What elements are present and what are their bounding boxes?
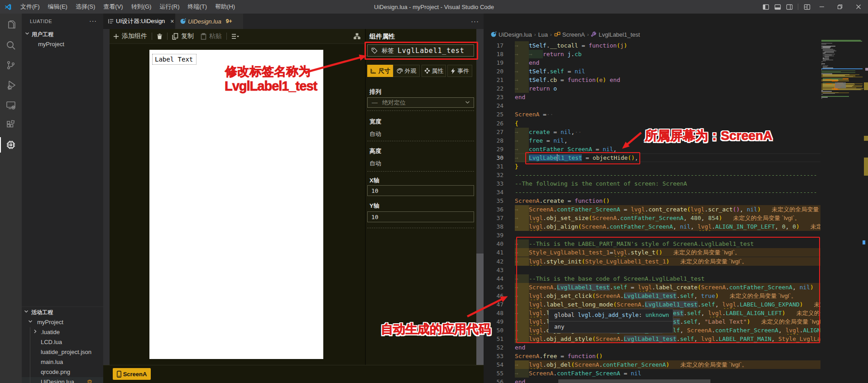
- layer-menu-button[interactable]: [230, 34, 240, 39]
- props-tab-尺寸[interactable]: 尺寸: [367, 65, 393, 77]
- menu-7[interactable]: 终端(T): [183, 0, 211, 14]
- menu-4[interactable]: 查看(V): [99, 0, 127, 14]
- close-tab-icon[interactable]: ×: [170, 18, 174, 25]
- event-icon: [451, 68, 456, 74]
- minimap[interactable]: [821, 40, 863, 383]
- menu-2[interactable]: 编辑(E): [44, 0, 72, 14]
- code-line-54: →lvgl.obj_del(ScreenA.contFather_ScreenA…: [515, 360, 820, 369]
- canvas-label-selection[interactable]: Label Text: [152, 54, 197, 65]
- designer-right-scrollbar-thumb[interactable]: [476, 254, 484, 365]
- canvas-label-text[interactable]: Label Text: [155, 56, 193, 63]
- activity-extensions[interactable]: [0, 115, 22, 135]
- phone-icon: [117, 371, 121, 378]
- delete-file-icon[interactable]: [87, 379, 92, 383]
- annotation-box-2: [525, 152, 640, 164]
- screen-tab[interactable]: ScreenA: [113, 368, 151, 380]
- delete-button[interactable]: [156, 33, 163, 40]
- list-menu-icon: [231, 34, 239, 39]
- tree-item-UiDesign.lua[interactable]: UiDesign.lua: [22, 377, 103, 383]
- annotation-text-1: 修改标签名称为: [225, 63, 311, 80]
- tree-item-main.lua[interactable]: main.lua: [22, 357, 103, 367]
- props-tab-外观[interactable]: 外观: [393, 65, 420, 77]
- y-axis-input[interactable]: 10: [367, 211, 474, 222]
- symbol-wrench-icon: [591, 32, 597, 38]
- editor-actions-more-icon[interactable]: ···: [471, 17, 479, 25]
- sidebar-more-icon[interactable]: ···: [89, 17, 97, 24]
- arrange-dropdown[interactable]: — 绝对定位: [367, 97, 474, 108]
- tree-item-qrcode.png[interactable]: qrcode.png: [22, 367, 103, 377]
- component-props-panel: 组件属性 标签 LvglLabel1_test 尺寸外观属性事件 排列 — 绝对…: [366, 29, 476, 365]
- annotation-box-1: [364, 42, 478, 60]
- tree-section-2[interactable]: 活动工程: [22, 307, 103, 317]
- tree-indent-guide: [30, 327, 30, 383]
- vscode-window: 文件(F)编辑(E)选择(S)查看(V)转到(G)运行(R)终端(T)帮助(H)…: [0, 0, 868, 383]
- plus-icon: [113, 34, 119, 39]
- code-line-21: →tSelf.cb = function(e) end: [515, 76, 820, 84]
- paste-button[interactable]: 粘贴: [200, 32, 223, 40]
- tree-section-1[interactable]: 用户工程: [22, 29, 103, 39]
- divider: [367, 171, 474, 172]
- activity-search[interactable]: [0, 35, 22, 55]
- divider: [367, 141, 474, 141]
- width-label: 宽度: [369, 118, 381, 126]
- horizontal-scrollbar[interactable]: [558, 379, 710, 383]
- minimize-button[interactable]: [813, 0, 831, 14]
- layout-sidebar-left-icon[interactable]: [760, 0, 772, 14]
- activity-remote-device[interactable]: [0, 95, 22, 115]
- breadcrumb-item[interactable]: LvglLabel1_test: [591, 31, 640, 38]
- code-line-26: {: [515, 119, 820, 128]
- sidebar-title: LUATIDE: [30, 19, 52, 24]
- dash-icon: —: [372, 99, 378, 106]
- lua-icon: [490, 31, 497, 38]
- restore-button[interactable]: [831, 0, 849, 14]
- copy-button[interactable]: 复制: [171, 32, 195, 40]
- code-line-22: →return o: [515, 84, 820, 93]
- tree-item-luatide_project.json[interactable]: luatide_project.json: [22, 347, 103, 357]
- layout-sidebar-right-icon[interactable]: [783, 0, 795, 14]
- designer-left-scrollbar[interactable]: [103, 29, 110, 365]
- tree-item-LCD.lua[interactable]: LCD.lua: [22, 337, 103, 347]
- annotation-text-2: LvglLabel1_test: [225, 79, 317, 94]
- activity-run-debug[interactable]: [0, 75, 22, 95]
- divider: [798, 4, 798, 10]
- title-bar: 文件(F)编辑(E)选择(S)查看(V)转到(G)运行(R)终端(T)帮助(H)…: [0, 0, 868, 14]
- activity-explorer[interactable]: [0, 15, 22, 35]
- breadcrumb-item[interactable]: UiDesign.lua: [490, 31, 532, 38]
- menu-1[interactable]: 文件(F): [16, 0, 44, 14]
- breadcrumb-item[interactable]: ScreenA: [554, 31, 585, 38]
- palette-icon: [397, 68, 403, 74]
- menu-3[interactable]: 选择(S): [72, 0, 99, 14]
- tree-item-myProject[interactable]: myProject: [22, 317, 103, 327]
- files-icon: [5, 20, 16, 31]
- code-line-53: ScreenA.free = function(): [515, 352, 820, 360]
- activity-luatide[interactable]: [0, 135, 22, 155]
- designer-screen-canvas[interactable]: Label Text: [149, 50, 323, 359]
- props-tab-事件[interactable]: 事件: [447, 65, 472, 77]
- tab-UIUiDesign[interactable]: UI设计器:UiDesign×: [103, 14, 175, 29]
- code-line-32: ----------------------------------------…: [515, 171, 820, 179]
- menu-6[interactable]: 运行(R): [155, 0, 183, 14]
- breadcrumb-item[interactable]: Lua: [538, 31, 548, 38]
- layout-panel-icon[interactable]: [772, 0, 783, 14]
- component-tree-icon[interactable]: [354, 33, 360, 41]
- tab-UiDesign.lua[interactable]: UiDesign.lua9+: [175, 14, 243, 29]
- activity-source-control[interactable]: [0, 55, 22, 75]
- tree-item-.luatide[interactable]: .luatide: [22, 327, 103, 337]
- code-line-24: [515, 101, 820, 110]
- close-button[interactable]: [849, 0, 868, 14]
- menu-8[interactable]: 帮助(H): [211, 0, 239, 14]
- code-line-38: →lvgl.obj_align(ScreenA.contFather_Scree…: [515, 222, 820, 231]
- add-component-button[interactable]: 添加组件: [112, 32, 148, 40]
- annotation-text-4: 自动生成的应用代码: [381, 321, 491, 337]
- paste-icon: [201, 33, 206, 40]
- search-icon: [5, 40, 16, 51]
- designer-bottom-bar: ScreenA: [103, 365, 484, 383]
- code-line-18: →→return j.cb: [515, 50, 820, 58]
- props-tab-属性[interactable]: 属性: [422, 65, 446, 77]
- customize-layout-icon[interactable]: [801, 0, 813, 14]
- menu-5[interactable]: 转到(G): [127, 0, 156, 14]
- sidebar: LUATIDE ··· 用户工程myProject活动工程myProject.l…: [22, 14, 103, 383]
- screen-tab-label: ScreenA: [123, 371, 147, 378]
- tree-item-myProject[interactable]: myProject: [22, 39, 103, 49]
- x-axis-input[interactable]: 10: [367, 185, 474, 196]
